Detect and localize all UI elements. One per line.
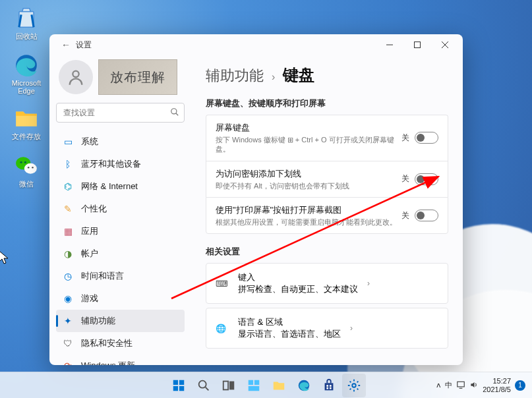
toggle-card: 屏幕键盘按下 Windows 徽标键 ⊞ + Ctrl + O 可打开或关闭屏幕… [206,115,448,161]
widgets-icon[interactable] [242,374,266,397]
clock[interactable]: 15:27 2021/8/5 [483,377,511,393]
svg-point-3 [24,163,37,174]
nav-icon: ᛒ [63,159,73,169]
toggle-desc: 根据其他应用设置，可能需要重启电脑才能看到此更改。 [216,217,401,227]
toggle-title: 使用"打印屏幕"按钮打开屏幕截图 [216,204,401,216]
toggle-state-label: 关 [401,173,409,185]
svg-rect-30 [326,387,328,389]
nav-icon: ◷ [63,271,73,281]
desktop-icon-folder[interactable]: 文件存放 [7,105,46,142]
nav-icon: ◑ [63,248,73,259]
sidebar-item-5[interactable]: ◑帐户 [56,242,185,265]
toggle-switch[interactable] [415,132,438,144]
sidebar: 放布理解 ▭系统ᛒ蓝牙和其他设备⌬网络 & Internet✎个性化▦应用◑帐户… [49,55,191,365]
window-title: 设置 [76,40,92,51]
svg-rect-31 [329,387,331,389]
search-icon [170,107,179,119]
explorer-icon[interactable] [267,374,291,397]
related-title: 语言 & 区域 [238,316,341,328]
date-text: 2021/8/5 [483,385,511,393]
svg-rect-17 [179,380,183,384]
toggle-switch[interactable] [415,173,438,185]
sidebar-item-2[interactable]: ⌬网络 & Internet [56,175,185,198]
nav-label: 游戏 [81,293,98,304]
settings-taskbar-icon[interactable] [342,374,366,397]
store-icon[interactable] [317,374,341,397]
nav-icon: 🛡 [63,338,73,349]
svg-rect-16 [173,380,177,384]
toggle-state-label: 关 [401,132,409,144]
close-button[interactable] [431,36,459,54]
desktop-icon-label: 文件存放 [7,132,46,142]
toggle-desc: 按下 Windows 徽标键 ⊞ + Ctrl + O 可打开或关闭屏幕键盘。 [216,135,401,154]
nav-icon: ⌬ [63,181,73,192]
nav-icon: ✎ [63,204,73,214]
svg-rect-23 [229,381,233,389]
ime-indicator[interactable]: 中 [445,380,452,390]
svg-line-21 [205,387,208,390]
sidebar-item-7[interactable]: ◉游戏 [56,287,185,310]
nav-label: 网络 & Internet [81,181,138,192]
nav-label: 辅助功能 [81,315,115,327]
tray-chevron-icon[interactable]: ᴧ [436,381,441,389]
desktop-icon-wechat[interactable]: 微信 [7,153,46,189]
sidebar-item-9[interactable]: 🛡隐私和安全性 [56,332,185,355]
svg-point-5 [24,161,26,163]
sidebar-item-0[interactable]: ▭系统 [56,130,185,153]
volume-icon[interactable] [469,380,479,391]
nav-label: 系统 [81,136,98,148]
desktop-icon-edge[interactable]: Microsoft Edge [7,53,46,95]
related-card[interactable]: 🌐语言 & 区域显示语言、首选语言、地区› [206,308,448,349]
svg-rect-19 [179,385,183,390]
sidebar-item-3[interactable]: ✎个性化 [56,198,185,220]
related-card[interactable]: ⌨键入拼写检查、自动更正、文本建议› [206,263,448,304]
edge-taskbar-icon[interactable] [292,374,316,397]
sidebar-item-10[interactable]: ⟳Windows 更新 [56,355,185,365]
svg-rect-22 [223,381,227,389]
svg-point-4 [20,161,22,163]
taskbar-search-icon[interactable] [192,374,216,397]
maximize-button[interactable] [403,36,431,54]
desktop-icon-recycle-bin[interactable]: 回收站 [7,5,46,42]
toggle-desc: 即使不持有 Alt，访问密钥也会带有下划线 [216,181,401,190]
start-button[interactable] [167,374,191,397]
nav-icon: ▦ [63,226,73,237]
toggle-card: 为访问密钥添加下划线即使不持有 Alt，访问密钥也会带有下划线关 [206,161,448,197]
settings-window: ← 设置 放布理解 ▭系统ᛒ蓝牙和其他设备⌬网络 & Internet✎个性化▦… [49,34,463,365]
nav-label: 隐私和安全性 [81,337,133,349]
section-title: 屏幕键盘、按键顺序和打印屏幕 [206,98,448,109]
sidebar-item-6[interactable]: ◷时间和语言 [56,265,185,287]
svg-line-14 [176,113,179,116]
section-title: 相关设置 [206,246,448,258]
related-desc: 显示语言、首选语言、地区 [238,328,341,340]
titlebar: ← 设置 [49,34,463,55]
svg-rect-25 [254,380,258,384]
nav-icon: ✦ [63,316,73,326]
svg-rect-29 [329,385,331,387]
search-input[interactable] [56,103,185,123]
nav-label: 蓝牙和其他设备 [81,158,141,170]
sidebar-item-1[interactable]: ᛒ蓝牙和其他设备 [56,153,185,175]
profile-name-image: 放布理解 [98,59,177,95]
desktop-icon-label: Microsoft Edge [7,79,46,95]
minimize-button[interactable] [376,36,403,54]
sidebar-item-8[interactable]: ✦辅助功能 [56,310,185,332]
toggle-switch[interactable] [415,210,438,221]
chevron-right-icon: › [367,279,370,288]
breadcrumb-parent[interactable]: 辅助功能 [206,66,264,86]
nav-label: 应用 [81,225,98,237]
notification-badge[interactable]: 1 [515,380,525,391]
desktop-icon-label: 微信 [7,179,46,189]
network-icon[interactable] [456,380,465,391]
sidebar-item-4[interactable]: ▦应用 [56,220,185,242]
back-button[interactable]: ← [56,40,76,50]
cursor-icon [0,250,9,265]
avatar[interactable] [59,60,93,94]
nav-label: 个性化 [81,203,107,215]
svg-rect-33 [458,382,465,387]
toggle-title: 为访问密钥添加下划线 [216,168,401,180]
search-box[interactable] [56,103,185,123]
breadcrumb-current: 键盘 [283,65,314,86]
task-view-icon[interactable] [217,374,241,397]
time-text: 15:27 [483,377,511,385]
